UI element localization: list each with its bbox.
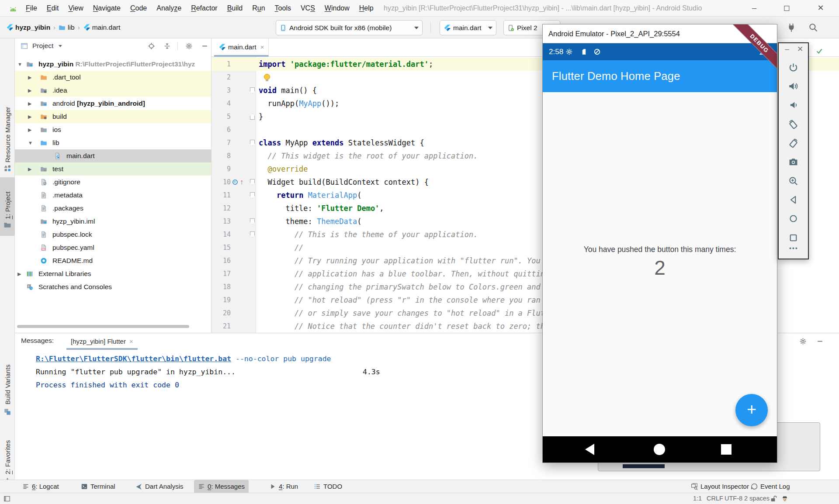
status-utf-8[interactable]: UTF-8 bbox=[725, 493, 742, 504]
flutter-bat-link[interactable]: R:\Flutter\FlutterSDK\flutter\bin\flutte… bbox=[36, 355, 231, 363]
breadcrumb-main-dart[interactable]: main.dart bbox=[83, 24, 121, 31]
toolwindow-button-terminal[interactable]: Terminal bbox=[77, 480, 119, 493]
tree-item-idea[interactable]: ▶.idea bbox=[15, 84, 211, 97]
search-everywhere-icon[interactable] bbox=[808, 23, 818, 32]
window-close-icon[interactable]: ✕ bbox=[811, 0, 830, 17]
unlock-icon[interactable] bbox=[770, 495, 777, 502]
tree-item-hyzp-yibin[interactable]: ▼hyzp_yibin R:\FlutterProject\FlutterPro… bbox=[15, 58, 211, 71]
hide-panel-icon[interactable] bbox=[816, 338, 824, 345]
build-variants-icon[interactable] bbox=[3, 408, 11, 416]
stripe-1-project[interactable]: 1: Project bbox=[0, 181, 15, 219]
resource-manager-icon[interactable] bbox=[3, 164, 11, 172]
tree-item-main-dart[interactable]: main.dart bbox=[15, 149, 211, 162]
device-selector-dropdown[interactable]: Android SDK built for x86 (mobile) bbox=[276, 20, 423, 35]
volume-down-button[interactable] bbox=[788, 100, 798, 110]
override-marker-icon[interactable] bbox=[232, 180, 238, 185]
stripe-resource-manager[interactable]: Resource Manager bbox=[0, 84, 15, 162]
run-config-dropdown[interactable]: main.dart bbox=[440, 20, 496, 35]
menu-tools[interactable]: Tools bbox=[270, 0, 296, 17]
tree-item-dart-tool[interactable]: ▶.dart_tool bbox=[15, 71, 211, 84]
back-button[interactable] bbox=[788, 195, 798, 205]
overrides-arrow-icon[interactable]: ↑ bbox=[240, 176, 243, 189]
window-minimize-icon[interactable]: – bbox=[745, 0, 764, 17]
toolwindow-button-todo[interactable]: TODO bbox=[310, 480, 346, 493]
chevron-expanded-icon[interactable]: ▼ bbox=[17, 58, 22, 71]
toolwindow-button-layout-inspector[interactable]: Layout Inspector bbox=[687, 480, 753, 493]
tree-item-test[interactable]: ▶test bbox=[15, 162, 211, 176]
chevron-collapsed-icon[interactable]: ▶ bbox=[17, 267, 21, 280]
tree-item-lib[interactable]: ▼lib bbox=[15, 136, 211, 149]
toolwindow-toggle-icon[interactable] bbox=[3, 495, 10, 502]
home-button[interactable] bbox=[788, 214, 798, 224]
tree-item-hyzp-yibin-iml[interactable]: hyzp_yibin.iml bbox=[15, 215, 211, 228]
tree-item-build[interactable]: ▶build bbox=[15, 110, 211, 123]
volume-up-button[interactable] bbox=[788, 81, 798, 91]
status-2-spaces[interactable]: 2 spaces bbox=[744, 493, 770, 504]
chevron-collapsed-icon[interactable]: ▶ bbox=[28, 123, 31, 136]
zoom-button[interactable] bbox=[788, 176, 798, 186]
fold-marker-icon[interactable] bbox=[250, 218, 255, 224]
tree-item-scratches-and-consoles[interactable]: Scratches and Consoles bbox=[15, 280, 211, 293]
chevron-collapsed-icon[interactable]: ▶ bbox=[28, 84, 31, 97]
menu-navigate[interactable]: Navigate bbox=[88, 0, 125, 17]
menu-window[interactable]: Window bbox=[320, 0, 354, 17]
tree-item-pubspec-lock[interactable]: pubspec.lock bbox=[15, 228, 211, 241]
menu-file[interactable]: File bbox=[21, 0, 42, 17]
fold-marker-icon[interactable] bbox=[250, 114, 255, 120]
overview-button[interactable] bbox=[788, 233, 798, 243]
chevron-down-icon[interactable] bbox=[59, 45, 62, 47]
home-button[interactable] bbox=[654, 444, 665, 455]
menu-refactor[interactable]: Refactor bbox=[186, 0, 222, 17]
back-button[interactable] bbox=[585, 444, 594, 455]
window-maximize-icon[interactable]: ◻ bbox=[777, 0, 796, 17]
screenshot-button[interactable] bbox=[788, 157, 798, 167]
tab-main-dart[interactable]: main.dart× bbox=[214, 38, 269, 57]
menu-view[interactable]: View bbox=[63, 0, 88, 17]
status-1-1[interactable]: 1:1 bbox=[693, 493, 702, 504]
fold-marker-icon[interactable] bbox=[250, 179, 255, 185]
attach-debugger-icon[interactable] bbox=[787, 23, 796, 32]
toolwindow-button-6-logcat[interactable]: 6: Logcat bbox=[18, 480, 63, 493]
fold-marker-icon[interactable] bbox=[250, 140, 255, 146]
tree-item-readme-md[interactable]: README.md bbox=[15, 254, 211, 267]
messages-flutter-tab[interactable]: [hyzp_yibin] Flutter× bbox=[66, 335, 138, 350]
rotate-left-button[interactable] bbox=[788, 119, 798, 129]
chevron-collapsed-icon[interactable]: ▶ bbox=[28, 110, 31, 123]
fold-marker-icon[interactable] bbox=[250, 87, 255, 93]
fold-marker-icon[interactable] bbox=[250, 192, 255, 198]
tree-item-gitignore[interactable]: .gitignore bbox=[15, 176, 211, 189]
menu-build[interactable]: Build bbox=[222, 0, 248, 17]
menu-vcs[interactable]: VCS bbox=[296, 0, 320, 17]
rotate-right-button[interactable] bbox=[788, 138, 798, 148]
power-button[interactable] bbox=[788, 62, 798, 72]
toolwindow-button-4-run[interactable]: 4: Run bbox=[265, 480, 302, 493]
tree-item-packages[interactable]: .packages bbox=[15, 202, 211, 215]
toolwindow-button-event-log[interactable]: Event Log bbox=[747, 480, 794, 493]
chevron-collapsed-icon[interactable]: ▶ bbox=[28, 71, 31, 84]
more-button[interactable] bbox=[788, 243, 798, 253]
gear-icon[interactable] bbox=[185, 42, 193, 50]
tree-item-metadata[interactable]: .metadata bbox=[15, 189, 211, 202]
breadcrumb-lib[interactable]: lib bbox=[59, 24, 75, 31]
gear-icon[interactable] bbox=[799, 338, 807, 345]
menu-analyze[interactable]: Analyze bbox=[152, 0, 186, 17]
menu-edit[interactable]: Edit bbox=[42, 0, 64, 17]
close-tab-icon[interactable]: × bbox=[260, 43, 264, 51]
fold-marker-icon[interactable] bbox=[250, 231, 255, 238]
collapse-all-icon[interactable] bbox=[163, 42, 171, 50]
menu-run[interactable]: Run bbox=[247, 0, 270, 17]
tree-item-ios[interactable]: ▶ios bbox=[15, 123, 211, 136]
chevron-expanded-icon[interactable]: ▼ bbox=[28, 136, 33, 149]
inspections-profile-icon[interactable] bbox=[781, 495, 788, 502]
close-tab-icon[interactable]: × bbox=[129, 338, 133, 345]
stripe-2-favorites[interactable]: 2: Favorites bbox=[0, 432, 15, 474]
menu-help[interactable]: Help bbox=[354, 0, 378, 17]
stripe-build-variants[interactable]: Build Variants bbox=[0, 349, 15, 404]
status-crlf[interactable]: CRLF bbox=[707, 493, 723, 504]
chevron-collapsed-icon[interactable]: ▶ bbox=[28, 97, 31, 110]
breadcrumb-hyzp-yibin[interactable]: hyzp_yibin bbox=[6, 24, 50, 31]
toolwindow-button-0-messages[interactable]: 0: Messages bbox=[194, 480, 249, 493]
horizontal-scrollbar[interactable] bbox=[17, 325, 189, 328]
tool-project-icon[interactable] bbox=[3, 221, 11, 229]
hide-panel-icon[interactable] bbox=[201, 42, 208, 50]
